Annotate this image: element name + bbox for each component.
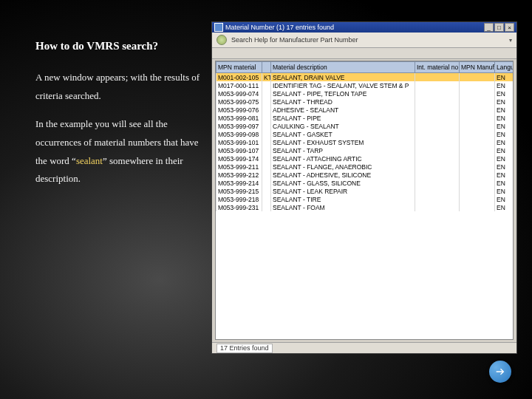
- table-cell: EN: [495, 179, 514, 187]
- table-cell: IDENTIFIER TAG - SEALANT, VALVE STEM & P: [271, 81, 415, 89]
- table-cell: EN: [495, 81, 514, 89]
- slide-heading: How to do VMRS search?: [35, 40, 205, 52]
- window-subtitle: Search Help for Manufacturer Part Number: [231, 36, 358, 44]
- maximize-button[interactable]: □: [494, 23, 504, 32]
- window-titlebar: Material Number (1) 17 entries found _ □…: [212, 22, 516, 33]
- table-cell: M053-999-097: [216, 122, 262, 130]
- table-cell: SEALANT - EXHAUST SYSTEM: [271, 138, 415, 146]
- table-cell: [415, 106, 460, 114]
- close-button[interactable]: ×: [505, 23, 514, 32]
- table-row[interactable]: M053-999-211SEALANT - FLANGE, ANAEROBICE…: [216, 163, 514, 171]
- dropdown-icon[interactable]: ▾: [509, 37, 512, 44]
- table-cell: EN: [495, 171, 514, 179]
- table-cell: [460, 163, 495, 171]
- table-row[interactable]: M053-999-076ADHESIVE - SEALANTEN: [216, 106, 514, 114]
- table-cell: SEALANT - ADHESIVE, SILICONE: [271, 171, 415, 179]
- table-row[interactable]: M053-999-081SEALANT - PIPEEN: [216, 114, 514, 122]
- table-cell: [262, 195, 271, 203]
- window-toolbar: Search Help for Manufacturer Part Number…: [212, 33, 516, 48]
- table-cell: [415, 187, 460, 195]
- results-table: MPN material Material description Int. m…: [216, 61, 514, 211]
- table-row[interactable]: M053-999-212SEALANT - ADHESIVE, SILICONE…: [216, 171, 514, 179]
- arrow-right-icon: [494, 366, 506, 378]
- col-int-material[interactable]: Int. material no.: [415, 62, 460, 73]
- window-title: Material Number (1) 17 entries found: [225, 24, 484, 31]
- table-cell: [415, 163, 460, 171]
- table-cell: KT: [262, 73, 271, 82]
- table-cell: M053-999-098: [216, 130, 262, 138]
- table-cell: [415, 122, 460, 130]
- table-cell: EN: [495, 98, 514, 106]
- col-description[interactable]: Material description: [271, 62, 415, 73]
- table-cell: SEALANT - FOAM: [271, 203, 415, 211]
- table-cell: SEALANT - PIPE: [271, 114, 415, 122]
- table-cell: M053-999-074: [216, 89, 262, 98]
- table-cell: M001-002-105: [216, 73, 262, 82]
- next-button[interactable]: [489, 361, 511, 383]
- table-row[interactable]: M053-999-101SEALANT - EXHAUST SYSTEMEN: [216, 138, 514, 146]
- table-cell: M053-999-211: [216, 163, 262, 171]
- table-cell: SEALANT - PIPE, TEFLON TAPE: [271, 89, 415, 98]
- table-cell: M053-999-101: [216, 138, 262, 146]
- table-row[interactable]: M053-999-098SEALANT - GASKETEN: [216, 130, 514, 138]
- table-cell: [262, 130, 271, 138]
- table-row[interactable]: M053-999-097CAULKING - SEALANTEN: [216, 122, 514, 130]
- table-cell: EN: [495, 195, 514, 203]
- table-cell: [262, 179, 271, 187]
- table-cell: [262, 114, 271, 122]
- table-header-row: MPN material Material description Int. m…: [216, 62, 514, 73]
- col-manufacturer[interactable]: MPN Manufact.: [460, 62, 495, 73]
- table-cell: M053-999-231: [216, 203, 262, 211]
- table-cell: [415, 130, 460, 138]
- table-cell: SEALANT - FLANGE, ANAEROBIC: [271, 163, 415, 171]
- table-row[interactable]: M053-999-107SEALANT - TARPEN: [216, 146, 514, 154]
- table-row[interactable]: M053-999-074SEALANT - PIPE, TEFLON TAPEE…: [216, 89, 514, 98]
- status-bar: 17 Entries found: [212, 342, 516, 353]
- table-cell: [460, 98, 495, 106]
- table-row[interactable]: M053-999-214SEALANT - GLASS, SILICONEEN: [216, 179, 514, 187]
- minimize-button[interactable]: _: [484, 23, 494, 32]
- table-cell: [415, 179, 460, 187]
- table-cell: [415, 195, 460, 203]
- table-row[interactable]: M053-999-218SEALANT - TIREEN: [216, 195, 514, 203]
- status-text: 17 Entries found: [216, 344, 273, 353]
- table-cell: M053-999-174: [216, 154, 262, 163]
- table-cell: [460, 179, 495, 187]
- table-row[interactable]: M053-999-075SEALANT - THREADEN: [216, 98, 514, 106]
- table-cell: EN: [495, 163, 514, 171]
- table-cell: [415, 73, 460, 82]
- table-cell: EN: [495, 89, 514, 98]
- table-row[interactable]: M001-002-105KTSEALANT, DRAIN VALVEEN: [216, 73, 514, 82]
- table-cell: ADHESIVE - SEALANT: [271, 106, 415, 114]
- highlight-word: sealant: [76, 155, 103, 166]
- table-cell: [460, 73, 495, 82]
- col-mpn-material[interactable]: MPN material: [216, 62, 262, 73]
- table-row[interactable]: M053-999-231SEALANT - FOAMEN: [216, 203, 514, 211]
- col-language[interactable]: Language: [495, 62, 514, 73]
- table-cell: SEALANT - TARP: [271, 146, 415, 154]
- table-cell: M053-999-107: [216, 146, 262, 154]
- table-row[interactable]: M053-999-174SEALANT - ATTACHING ARTICEN: [216, 154, 514, 163]
- table-cell: [262, 163, 271, 171]
- table-cell: [460, 122, 495, 130]
- table-cell: M053-999-081: [216, 114, 262, 122]
- table-cell: [460, 187, 495, 195]
- table-row[interactable]: M053-999-215SEALANT - LEAK REPAIREN: [216, 187, 514, 195]
- table-cell: [415, 138, 460, 146]
- table-cell: EN: [495, 106, 514, 114]
- table-cell: SEALANT - GASKET: [271, 130, 415, 138]
- table-cell: [262, 203, 271, 211]
- table-cell: EN: [495, 187, 514, 195]
- table-cell: [262, 138, 271, 146]
- table-cell: [262, 81, 271, 89]
- table-row[interactable]: M017-000-111IDENTIFIER TAG - SEALANT, VA…: [216, 81, 514, 89]
- table-cell: CAULKING - SEALANT: [271, 122, 415, 130]
- table-cell: M017-000-111: [216, 81, 262, 89]
- table-cell: M053-999-214: [216, 179, 262, 187]
- table-cell: [415, 114, 460, 122]
- slide-paragraph-2: In the example you will see all the occu…: [35, 115, 205, 188]
- sap-results-window: Material Number (1) 17 entries found _ □…: [211, 21, 517, 354]
- col-blank[interactable]: [262, 62, 271, 73]
- app-icon: [214, 23, 223, 32]
- table-cell: [415, 89, 460, 98]
